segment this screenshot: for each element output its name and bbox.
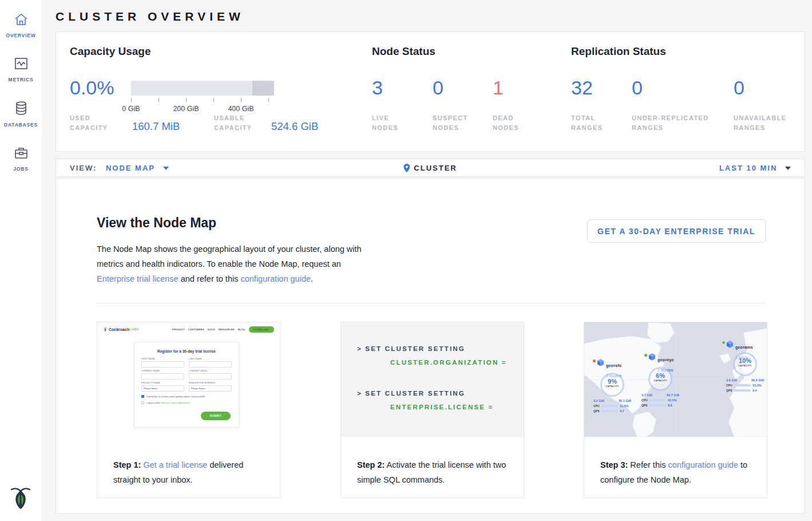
total-capacity: 35.1 GiB [619,399,631,402]
used-capacity: 3.6 GiB [726,378,737,382]
cluster-breadcrumb[interactable]: CLUSTER [403,164,457,172]
text-input [189,361,232,368]
form-field: COMPANY NAME [141,370,184,380]
node-map-description: The Node Map shows the geographical layo… [97,242,369,286]
used-capacity: 3.7 GiB [641,393,652,397]
cpu-label: CPU [726,384,734,387]
form-field: REASON FOR INTERESTPlease Select [189,382,232,392]
used-capacity-label: USED CAPACITY [70,113,116,133]
get-trial-license-link[interactable]: Get a trial license [143,460,207,469]
license-agreement-link: Software License Agreement. [161,401,191,404]
capacity-caption: CAPACITY [602,385,623,388]
caption-text: Refer this [628,460,668,469]
description-text: and refer to this [179,274,241,283]
main-content: CLUSTER OVERVIEW Capacity Usage 0.0% 0 G… [42,0,812,514]
node-map-heading: View the Node Map [97,215,216,231]
replication-status-title: Replication Status [571,45,666,58]
nav-item: BLOG [238,328,245,331]
license-agreement-checkbox-row: I agree to the Software License Agreemen… [141,401,232,404]
step-3-card: geo=sfo 2 Nodes 9% CAPACITY 3.2 GiB35.1 … [584,322,767,498]
text-input [141,361,184,368]
gauge-tick [159,98,159,102]
cluster-breadcrumb-label: CLUSTER [414,164,457,172]
logo-text: Cockroach [109,327,129,331]
form-field: LAST NAME [189,358,232,368]
capacity-gauge-usable-segment [131,81,252,96]
field-label: COMPANY NAME [141,370,184,372]
download-pill: DOWNLOAD [249,326,274,333]
usable-capacity-label: USABLE CAPACITY [214,113,260,133]
cockroach-labs-logo: Cockroach LABS [103,327,139,332]
sidebar-item-databases[interactable]: DATABASES [0,90,42,133]
configuration-guide-link[interactable]: configuration guide [240,274,311,283]
sidebar-item-overview[interactable]: OVERVIEW [0,2,42,44]
checkbox-label: I would like to receive email updates ab… [146,395,205,398]
sidebar-item-metrics[interactable]: METRICS [0,46,42,88]
locality-name: geo=ams [735,345,753,349]
node-status-dead-icon [592,359,596,363]
qps-label: QPS [593,409,601,413]
gauge-tick [268,98,269,102]
step-label: Step 3: [600,460,628,469]
node-cube-icon [597,359,604,366]
trial-license-site-screenshot: Cockroach LABS PRODUCT CUSTOMERS DOCS RE… [97,322,280,437]
qps-sparkline [601,410,618,412]
configuration-guide-link[interactable]: configuration guide [668,460,738,469]
mini-site-nav: PRODUCT CUSTOMERS DOCS RESOURCES BLOG DO… [169,326,274,333]
total-ranges-value: 32 [571,77,593,99]
logo-suffix: LABS [130,327,138,331]
live-nodes-label: LIVE NODES [372,113,413,133]
capacity-ring-nyc: 6% CAPACITY [648,367,672,391]
sql-setting: CLUSTER.ORGANIZATION = [390,359,507,366]
time-range-dropdown[interactable]: LAST 10 MIN [719,164,791,172]
node-cube-icon [726,341,734,348]
location-pin-icon [403,164,410,172]
capacity-percent: 10% [735,358,755,364]
enterprise-trial-button[interactable]: GET A 30-DAY ENTERPRISE TRIAL [587,219,766,243]
node-status-title: Node Status [372,45,435,58]
cpu-sparkline [601,405,618,407]
capacity-used-percent: 0.0% [70,77,114,99]
sidebar-item-jobs[interactable]: JOBS [0,136,42,177]
time-range-value: LAST 10 MIN [719,164,777,172]
select-input: Please Select [141,385,184,392]
view-selector-dropdown[interactable]: VIEW: NODE MAP [70,164,169,172]
nav-item: PRODUCT [172,328,185,331]
page-title: CLUSTER OVERVIEW [56,0,805,31]
qps-label: QPS [641,404,649,407]
live-nodes-value: 3 [372,77,383,99]
cpu-sparkline [734,384,751,386]
used-capacity-value: 160.7 MiB [132,120,180,133]
locality-name: geo=sfo [606,364,621,368]
cpu-value: 42.5% [668,398,677,402]
form-field: COMPANY EMAIL [189,370,232,380]
field-label: REASON FOR INTEREST [189,382,232,384]
sidebar-item-label: METRICS [0,77,42,82]
cluster-summary-panel: Capacity Usage 0.0% 0 GiB 200 GiB 400 Gi… [56,31,805,152]
dead-nodes-value: 1 [493,77,504,99]
total-capacity: 36.6 GiB [751,378,764,382]
step-1-card: Cockroach LABS PRODUCT CUSTOMERS DOCS RE… [97,322,280,498]
checkbox-checked-icon [141,395,144,398]
enterprise-trial-license-link[interactable]: Enterprise trial license [97,274,179,283]
section-divider [97,303,766,303]
capacity-ring-sfo: 9% CAPACITY [600,373,624,397]
text-input [189,373,232,380]
nav-item: CUSTOMERS [188,328,204,331]
sidebar-item-label: OVERVIEW [0,33,42,38]
briefcase-icon [14,152,29,161]
qps-value: 8.8 [668,404,672,407]
node-stats-sfo: 3.2 GiB35.1 GiB CPU11.0% QPS4.7 [593,399,631,413]
checkbox-unchecked-icon [141,401,144,404]
gauge-tick [213,98,214,102]
submit-pill: SUBMIT [201,412,231,420]
nav-item: DOCS [208,328,215,331]
nav-item: RESOURCES [219,328,235,331]
sidebar: OVERVIEW METRICS DATABASES JOBS [0,0,42,521]
step-2-card: > SET CLUSTER SETTING CLUSTER.ORGANIZATI… [340,322,524,498]
sql-commands-graphic: > SET CLUSTER SETTING CLUSTER.ORGANIZATI… [341,322,524,437]
step-label: Step 1: [113,460,141,469]
node-status-live-icon [722,341,726,345]
description-text: . [311,274,313,283]
home-icon [14,18,29,28]
